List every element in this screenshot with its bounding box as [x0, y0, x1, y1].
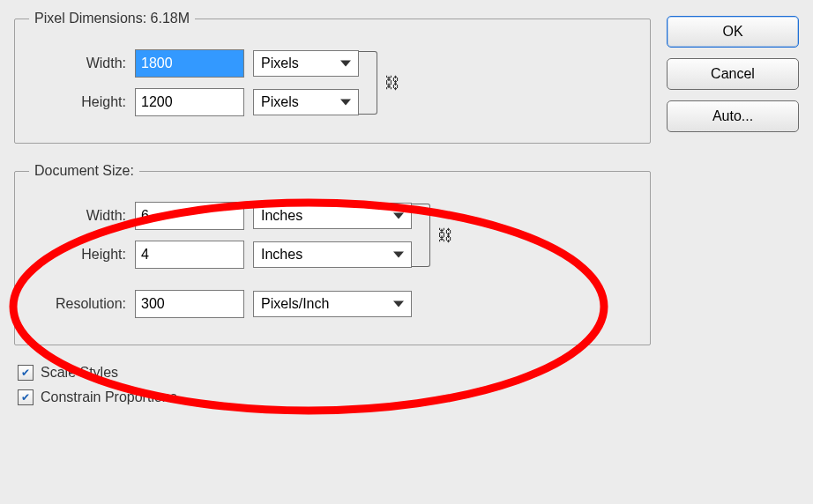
constrain-proportions-checkbox[interactable]: ✔ — [18, 389, 34, 405]
doc-height-unit-value: Inches — [261, 247, 302, 263]
resolution-input[interactable] — [135, 290, 244, 318]
resolution-unit-value: Pixels/Inch — [261, 296, 329, 312]
pixel-height-input[interactable] — [135, 88, 244, 116]
doc-width-input[interactable] — [135, 202, 244, 230]
doc-width-label: Width: — [29, 208, 126, 224]
chevron-down-icon — [393, 252, 404, 258]
constrain-link-icon[interactable]: ⛓ — [384, 74, 400, 93]
scale-styles-label: Scale Styles — [41, 365, 118, 381]
chevron-down-icon — [393, 213, 404, 219]
auto-button[interactable]: Auto... — [667, 100, 799, 132]
doc-height-unit-select[interactable]: Inches — [253, 241, 412, 268]
scale-styles-checkbox[interactable]: ✔ — [18, 365, 34, 381]
pixel-width-input[interactable] — [135, 49, 244, 78]
doc-height-input[interactable] — [135, 241, 244, 269]
chevron-down-icon — [340, 61, 351, 67]
chevron-down-icon — [393, 301, 404, 308]
pixel-height-unit-value: Pixels — [261, 94, 299, 110]
pixel-height-unit-select[interactable]: Pixels — [253, 89, 359, 115]
cancel-button[interactable]: Cancel — [667, 58, 799, 90]
pixel-width-unit-value: Pixels — [261, 56, 299, 71]
ok-button[interactable]: OK — [667, 16, 799, 48]
pixel-width-label: Width: — [29, 56, 126, 71]
constrain-proportions-label: Constrain Proportions — [41, 389, 177, 405]
doc-width-unit-select[interactable]: Inches — [253, 203, 412, 229]
resolution-unit-select[interactable]: Pixels/Inch — [253, 291, 412, 317]
pixel-dimensions-group: Pixel Dimensions: 6.18M Width: Pixels He… — [14, 11, 651, 144]
chevron-down-icon — [340, 100, 351, 106]
resolution-label: Resolution: — [29, 296, 126, 312]
constrain-link-icon[interactable]: ⛓ — [437, 226, 453, 245]
pixel-height-label: Height: — [29, 94, 126, 110]
pixel-width-unit-select[interactable]: Pixels — [253, 50, 359, 77]
doc-height-label: Height: — [29, 247, 126, 263]
document-size-group: Document Size: Width: Inches Height: — [14, 163, 651, 345]
doc-width-unit-value: Inches — [261, 208, 302, 224]
document-size-legend: Document Size: — [29, 163, 139, 179]
pixel-dimensions-legend: Pixel Dimensions: 6.18M — [29, 11, 195, 26]
